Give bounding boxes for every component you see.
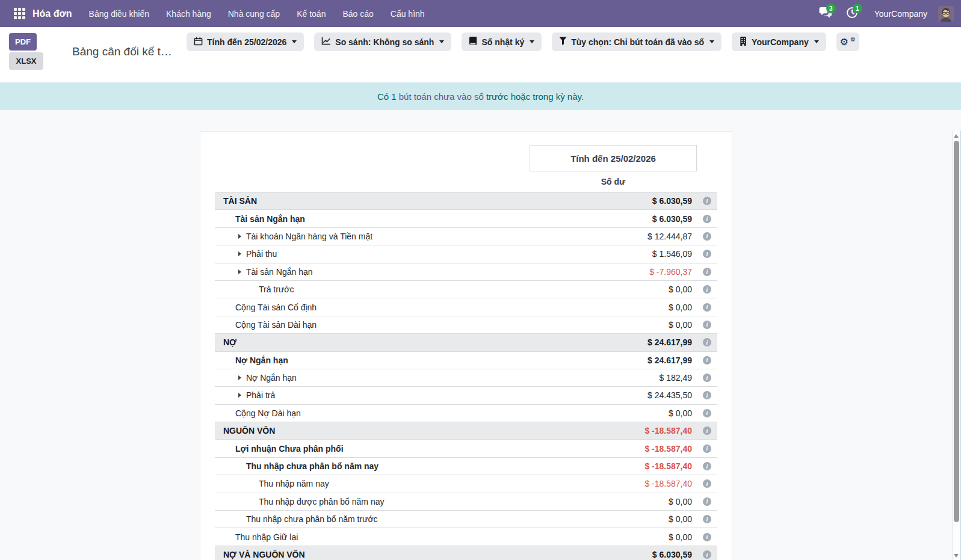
table-row: Phải thu$ 1.546,09i (215, 245, 717, 262)
row-balance-value: $ 0,00 (530, 285, 697, 294)
apps-menu-button[interactable] (7, 0, 31, 27)
calendar-icon (194, 37, 203, 48)
table-row: NỢ$ 24.617,99i (215, 333, 717, 351)
info-icon[interactable]: i (703, 250, 711, 258)
row-balance-value: $ 24.617,99 (530, 337, 697, 347)
info-icon[interactable]: i (703, 391, 711, 399)
table-row: NỢ VÀ NGUỒN VỐN$ 6.030,59i (215, 546, 717, 560)
company-filter-label: YourCompany (752, 37, 809, 47)
activities-button[interactable]: 1 (842, 0, 862, 27)
row-balance-value: $ 0,00 (530, 497, 697, 506)
expand-caret-icon[interactable] (238, 269, 241, 274)
chevron-down-icon (292, 40, 297, 43)
menu-config[interactable]: Cấu hình (382, 0, 433, 27)
row-balance-value: $ 0,00 (530, 532, 697, 542)
row-label[interactable]: Phải thu (215, 249, 530, 259)
expand-caret-icon[interactable] (238, 393, 241, 398)
info-icon[interactable]: i (703, 550, 711, 559)
date-filter-button[interactable]: Tính đến 25/02/2026 (187, 32, 304, 51)
row-label: Cộng Tài sản Cố định (215, 303, 530, 312)
table-row: Nợ Ngắn hạn$ 24.617,99i (215, 351, 717, 369)
row-info-cell: i (697, 426, 717, 435)
unposted-entries-link[interactable]: bút toán chưa vào sổ (399, 91, 484, 102)
chevron-down-icon (709, 40, 714, 43)
company-filter-button[interactable]: YourCompany (732, 32, 826, 51)
info-icon[interactable]: i (703, 303, 711, 312)
info-icon[interactable]: i (703, 232, 711, 241)
info-icon[interactable]: i (703, 321, 711, 329)
table-row: Phải trả$ 24.435,50i (215, 386, 717, 404)
row-label: Thu nhập chưa phân bổ năm nay (215, 461, 530, 471)
navbar-systray: 3 1 YourCompany (815, 0, 954, 27)
row-balance-value: $ 6.030,59 (530, 214, 697, 224)
row-label[interactable]: Nợ Ngắn hạn (215, 373, 530, 383)
comparison-filter-label: So sánh: Không so sánh (335, 37, 434, 47)
expand-caret-icon[interactable] (238, 375, 241, 380)
chevron-down-icon (439, 40, 444, 43)
control-panel: PDF XLSX Bảng cân đối kế t… Tính đến 25/… (0, 27, 961, 82)
row-label: Nợ Ngắn hạn (215, 355, 530, 365)
row-balance-value: $ 0,00 (530, 303, 697, 312)
scrollbar-thumb[interactable] (954, 141, 959, 522)
info-icon[interactable]: i (703, 462, 711, 470)
row-label: Cộng Tài sản Dài hạn (215, 320, 530, 330)
filter-funnel-icon (559, 37, 567, 47)
table-row: Tài khoản Ngân hàng và Tiền mặt$ 12.444,… (215, 227, 717, 245)
column-subheader-balance: Số dư (530, 177, 697, 186)
menu-accounting[interactable]: Kế toán (288, 0, 334, 27)
report-header-row: Tính đến 25/02/2026 (215, 145, 717, 171)
row-info-cell: i (697, 215, 717, 223)
scroll-up-button[interactable] (953, 131, 960, 140)
info-icon[interactable]: i (703, 533, 711, 541)
info-icon[interactable]: i (703, 197, 711, 205)
gears-icon-small: ⚙ (850, 37, 856, 43)
row-label[interactable]: Phải trả (215, 390, 530, 400)
info-icon[interactable]: i (703, 374, 711, 382)
info-icon[interactable]: i (703, 356, 711, 365)
vertical-scrollbar[interactable] (952, 131, 961, 560)
row-label[interactable]: Tài sản Ngắn hạn (215, 267, 530, 277)
report-settings-button[interactable]: ⚙ ⚙ (836, 32, 859, 51)
company-user-menu[interactable]: YourCompany (874, 9, 927, 19)
export-pdf-button[interactable]: PDF (9, 33, 37, 51)
info-icon[interactable]: i (703, 479, 711, 488)
info-icon[interactable]: i (703, 338, 711, 346)
comparison-filter-button[interactable]: So sánh: Không so sánh (314, 32, 451, 51)
row-info-cell: i (697, 515, 717, 523)
expand-caret-icon[interactable] (238, 251, 241, 256)
info-icon[interactable]: i (703, 285, 711, 294)
info-icon[interactable]: i (703, 215, 711, 223)
row-balance-value: $ -18.587,40 (530, 444, 697, 454)
row-info-cell: i (697, 462, 717, 470)
triangle-up-icon (954, 134, 959, 138)
apps-grid-icon (14, 8, 25, 19)
top-navbar: Hóa đơn Bảng điều khiển Khách hàng Nhà c… (0, 0, 961, 27)
row-label: Lợi nhuận Chưa phân phối (215, 444, 530, 454)
row-label: TÀI SẢN (215, 196, 530, 206)
journals-filter-button[interactable]: Sổ nhật ký (462, 32, 542, 51)
info-icon[interactable]: i (703, 497, 711, 506)
current-app-name[interactable]: Hóa đơn (32, 8, 72, 19)
user-avatar[interactable] (938, 6, 954, 22)
row-balance-value: $ 6.030,59 (530, 550, 697, 559)
export-xlsx-button[interactable]: XLSX (9, 52, 43, 70)
report-table-body: TÀI SẢN$ 6.030,59iTài sản Ngắn hạn$ 6.03… (215, 192, 717, 560)
info-icon[interactable]: i (703, 268, 711, 276)
row-balance-value: $ 0,00 (530, 514, 697, 524)
menu-vendors[interactable]: Nhà cung cấp (220, 0, 288, 27)
scroll-down-button[interactable] (953, 551, 960, 560)
info-icon[interactable]: i (703, 426, 711, 435)
report-content-area: Tính đến 25/02/2026 Số dư TÀI SẢN$ 6.030… (0, 110, 961, 560)
row-label[interactable]: Tài khoản Ngân hàng và Tiền mặt (215, 232, 530, 241)
info-icon[interactable]: i (703, 409, 711, 417)
info-icon[interactable]: i (703, 515, 711, 523)
table-row: Thu nhập chưa phân bổ năm trước$ 0,00i (215, 510, 717, 528)
menu-dashboard[interactable]: Bảng điều khiển (81, 0, 158, 27)
row-label: Thu nhập năm nay (215, 479, 530, 488)
messages-button[interactable]: 3 (815, 0, 836, 27)
menu-reporting[interactable]: Báo cáo (334, 0, 382, 27)
menu-customers[interactable]: Khách hàng (158, 0, 220, 27)
options-filter-button[interactable]: Tùy chọn: Chỉ bút toán đã vào sổ (552, 32, 722, 51)
info-icon[interactable]: i (703, 445, 711, 453)
expand-caret-icon[interactable] (238, 234, 241, 239)
